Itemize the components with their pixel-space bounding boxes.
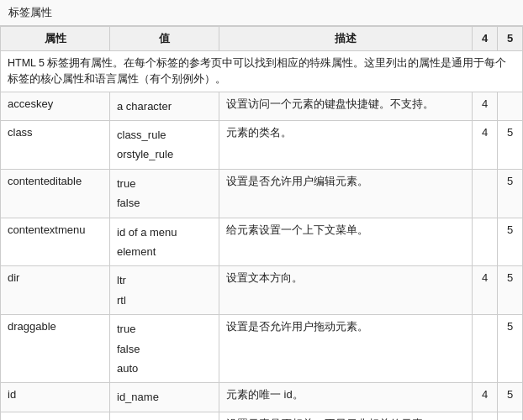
cell-v5: 5 [498,169,523,218]
cell-value: id_name [110,383,219,412]
cell-value: id of a menuelement [110,218,219,266]
cell-v5: 5 [498,218,523,266]
cell-value: class_ruleorstyle_rule [110,121,219,170]
cell-value: truefalse [110,169,219,218]
table-row: classclass_ruleorstyle_rule元素的类名。45 [1,121,523,170]
cell-desc: 元素的类名。 [219,121,473,170]
cell-desc: 设置是否允许用户编辑元素。 [219,169,473,218]
cell-v4: 4 [473,266,498,315]
cell-desc: 设置访问一个元素的键盘快捷键。不支持。 [219,92,473,120]
cell-v5: 5 [498,121,523,170]
table-row: acceskeya character设置访问一个元素的键盘快捷键。不支持。4 [1,92,523,120]
cell-attr: contenteditable [1,169,110,218]
cell-desc: 设置文本方向。 [219,266,473,315]
cell-v5: 5 [498,383,523,412]
cell-v5: 5 [498,266,523,315]
cell-attr: dir [1,266,110,315]
header-5: 5 [498,27,523,51]
cell-v5: 5 [498,412,523,420]
header-val: 值 [110,27,219,51]
table-intro-row: HTML 5 标签拥有属性。在每个标签的参考页中可以找到相应的特殊属性。这里列出… [1,51,523,92]
attributes-table: 属性 值 描述 4 5 HTML 5 标签拥有属性。在每个标签的参考页中可以找到… [0,26,523,420]
cell-attr: draggable [1,315,110,383]
table-row: draggabletruefalseauto设置是否允许用户拖动元素。5 [1,315,523,383]
cell-desc: 元素的唯一 id。 [219,383,473,412]
intro-text: HTML 5 标签拥有属性。在每个标签的参考页中可以找到相应的特殊属性。这里列出… [1,51,523,92]
table-row: irrelevanttruefalse设置元素是否相关。不显示非相关的元素。5 [1,412,523,420]
cell-v4: 4 [473,121,498,170]
cell-attr: contentextmenu [1,218,110,266]
cell-value: truefalseauto [110,315,219,383]
cell-value: truefalse [110,412,219,420]
cell-v4 [473,218,498,266]
cell-value: a character [110,92,219,120]
header-desc: 描述 [219,27,473,51]
cell-attr: id [1,383,110,412]
header-attr: 属性 [1,27,110,51]
cell-v4: 4 [473,383,498,412]
cell-v4 [473,169,498,218]
cell-v4 [473,315,498,383]
header-4: 4 [473,27,498,51]
cell-attr: class [1,121,110,170]
cell-v4: 4 [473,92,498,120]
cell-v4 [473,412,498,420]
cell-v5 [498,92,523,120]
table-row: idid_name元素的唯一 id。45 [1,383,523,412]
table-row: dirltrrtl设置文本方向。45 [1,266,523,315]
page-title: 标签属性 [0,0,523,26]
cell-attr: acceskey [1,92,110,120]
cell-attr: irrelevant [1,412,110,420]
table-header-row: 属性 值 描述 4 5 [1,27,523,51]
cell-desc: 给元素设置一个上下文菜单。 [219,218,473,266]
cell-desc: 设置是否允许用户拖动元素。 [219,315,473,383]
cell-value: ltrrtl [110,266,219,315]
table-row: contenteditabletruefalse设置是否允许用户编辑元素。5 [1,169,523,218]
cell-v5: 5 [498,315,523,383]
table-row: contentextmenuid of a menuelement给元素设置一个… [1,218,523,266]
cell-desc: 设置元素是否相关。不显示非相关的元素。 [219,412,473,420]
